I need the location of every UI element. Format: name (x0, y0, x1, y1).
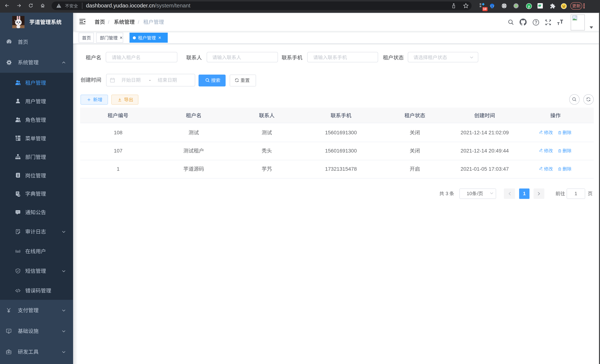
svg-text:y: y (528, 4, 530, 8)
